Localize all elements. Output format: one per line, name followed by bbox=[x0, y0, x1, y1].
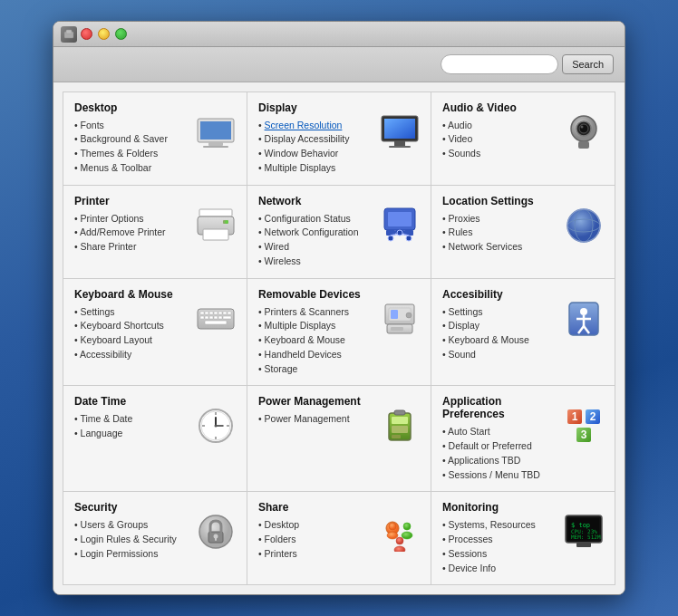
keyboard-items: • Settings• Keyboard Shortcuts• Keyboard… bbox=[74, 305, 189, 362]
content-area: Desktop • Fonts• Background & Saver• The… bbox=[53, 82, 625, 595]
security-icon bbox=[194, 510, 237, 553]
svg-point-90 bbox=[396, 537, 403, 544]
cell-display: Display • Screen Resolution• Display Acc… bbox=[247, 92, 431, 185]
svg-rect-71 bbox=[394, 410, 405, 415]
svg-rect-84 bbox=[215, 536, 217, 541]
appprefs-icon: 1 2 3 bbox=[562, 404, 605, 448]
cell-share-text: Share • Desktop• Folders• Printers bbox=[258, 501, 373, 561]
cell-printer: Printer • Printer Options• Add/Remove Pr… bbox=[63, 186, 247, 278]
datetime-items: • Time & Date• Language bbox=[74, 412, 189, 441]
appprefs-items: • Auto Start• Default or Preferred• Appl… bbox=[442, 425, 557, 482]
location-title: Location Settings bbox=[442, 195, 557, 207]
accessibility-title: Accesibility bbox=[442, 288, 557, 301]
traffic-lights bbox=[81, 28, 127, 40]
cell-network-text: Network • Configuration Status• Network … bbox=[258, 195, 373, 269]
svg-rect-72 bbox=[392, 417, 408, 424]
system-preferences-window: 🔍 Search Desktop • Fonts• Background & S… bbox=[53, 21, 625, 596]
network-items: • Configuration Status• Network Configur… bbox=[258, 212, 373, 269]
audio-video-items: • Audio• Video• Sounds bbox=[442, 119, 557, 161]
svg-point-27 bbox=[388, 236, 393, 241]
cell-appprefs: Application Preferences • Auto Start• De… bbox=[431, 386, 615, 491]
cell-display-text: Display • Screen Resolution• Display Acc… bbox=[258, 101, 373, 176]
network-title: Network bbox=[258, 195, 373, 207]
cell-removable-text: Removable Devices • Printers & Scanners•… bbox=[258, 288, 373, 377]
printer-icon bbox=[194, 204, 237, 247]
svg-rect-8 bbox=[394, 141, 405, 146]
svg-rect-44 bbox=[209, 316, 213, 319]
svg-rect-17 bbox=[203, 229, 228, 240]
svg-rect-39 bbox=[218, 312, 222, 314]
search-input[interactable] bbox=[441, 54, 558, 74]
cell-network: Network • Configuration Status• Network … bbox=[247, 186, 431, 278]
share-title: Share bbox=[258, 501, 373, 514]
svg-point-56 bbox=[580, 308, 587, 315]
keyboard-title: Keyboard & Mouse bbox=[74, 288, 189, 301]
datetime-title: Date Time bbox=[74, 395, 189, 408]
power-items: • Power Management bbox=[258, 412, 373, 427]
display-icon bbox=[378, 111, 421, 154]
location-icon bbox=[562, 204, 605, 247]
svg-point-86 bbox=[389, 523, 396, 530]
location-items: • Proxies• Rules• Network Services bbox=[442, 212, 557, 255]
svg-point-19 bbox=[225, 220, 228, 224]
svg-text:1: 1 bbox=[572, 410, 578, 423]
svg-text:MEM: 512M: MEM: 512M bbox=[571, 534, 601, 540]
svg-rect-74 bbox=[392, 435, 401, 438]
cell-audio-video: Audio & Video • Audio• Video• Sounds bbox=[431, 92, 615, 185]
cell-desktop-text: Desktop • Fonts• Background & Saver• The… bbox=[74, 101, 189, 176]
svg-rect-38 bbox=[214, 312, 218, 314]
display-items: • Screen Resolution• Display Accessibili… bbox=[258, 119, 373, 176]
cell-accessibility-text: Accesibility • Settings• Display• Keyboa… bbox=[442, 288, 557, 362]
svg-rect-4 bbox=[208, 142, 223, 146]
appprefs-title: Application Preferences bbox=[442, 395, 557, 420]
monitoring-items: • Systems, Resources• Processes• Session… bbox=[442, 518, 557, 575]
svg-rect-51 bbox=[391, 310, 398, 319]
cell-keyboard: Keyboard & Mouse • Settings• Keyboard Sh… bbox=[63, 279, 247, 386]
desktop-items: • Fonts• Background & Saver• Themes & Fo… bbox=[74, 119, 189, 176]
toolbar: 🔍 Search bbox=[53, 47, 625, 82]
svg-rect-47 bbox=[223, 316, 231, 319]
power-title: Power Management bbox=[258, 395, 373, 408]
svg-rect-43 bbox=[205, 316, 208, 319]
cell-power: Power Management • Power Management bbox=[247, 386, 431, 491]
svg-rect-9 bbox=[389, 146, 411, 148]
cell-security: Security • Users & Groups• Login Rules &… bbox=[63, 492, 247, 584]
svg-rect-54 bbox=[391, 327, 403, 331]
svg-rect-14 bbox=[578, 141, 589, 149]
maximize-button[interactable] bbox=[115, 28, 127, 40]
window-icon bbox=[61, 26, 77, 43]
svg-rect-36 bbox=[205, 312, 208, 314]
cell-datetime: Date Time • Time & Date• Language bbox=[63, 386, 247, 491]
svg-rect-37 bbox=[209, 312, 213, 314]
svg-rect-5 bbox=[203, 146, 228, 148]
accessibility-icon bbox=[562, 297, 605, 341]
search-button[interactable]: Search bbox=[562, 54, 614, 74]
minimize-button[interactable] bbox=[98, 28, 110, 40]
svg-point-52 bbox=[406, 313, 412, 318]
categories-grid: Desktop • Fonts• Background & Saver• The… bbox=[63, 91, 615, 586]
printer-title: Printer bbox=[74, 195, 189, 207]
svg-rect-46 bbox=[218, 316, 222, 319]
cell-share: Share • Desktop• Folders• Printers bbox=[247, 492, 431, 584]
cell-appprefs-text: Application Preferences • Auto Start• De… bbox=[442, 395, 557, 482]
svg-text:3: 3 bbox=[581, 428, 587, 441]
svg-rect-7 bbox=[384, 119, 415, 139]
removable-title: Removable Devices bbox=[258, 288, 373, 301]
cell-removable: Removable Devices • Printers & Scanners•… bbox=[247, 279, 431, 386]
svg-point-88 bbox=[403, 523, 411, 530]
power-icon bbox=[378, 404, 421, 448]
audio-video-title: Audio & Video bbox=[442, 101, 557, 114]
screen-resolution-link[interactable]: Screen Resolution bbox=[265, 120, 343, 130]
svg-point-89 bbox=[402, 532, 412, 539]
svg-rect-45 bbox=[214, 316, 218, 319]
datetime-icon bbox=[194, 404, 237, 448]
network-icon bbox=[378, 204, 421, 247]
monitoring-title: Monitoring bbox=[442, 501, 557, 514]
security-title: Security bbox=[74, 501, 189, 514]
cell-monitoring-text: Monitoring • Systems, Resources• Process… bbox=[442, 501, 557, 575]
svg-rect-15 bbox=[199, 209, 232, 217]
svg-rect-48 bbox=[205, 321, 227, 324]
svg-text:2: 2 bbox=[590, 410, 596, 423]
close-button[interactable] bbox=[81, 28, 92, 40]
share-icon bbox=[378, 510, 421, 553]
